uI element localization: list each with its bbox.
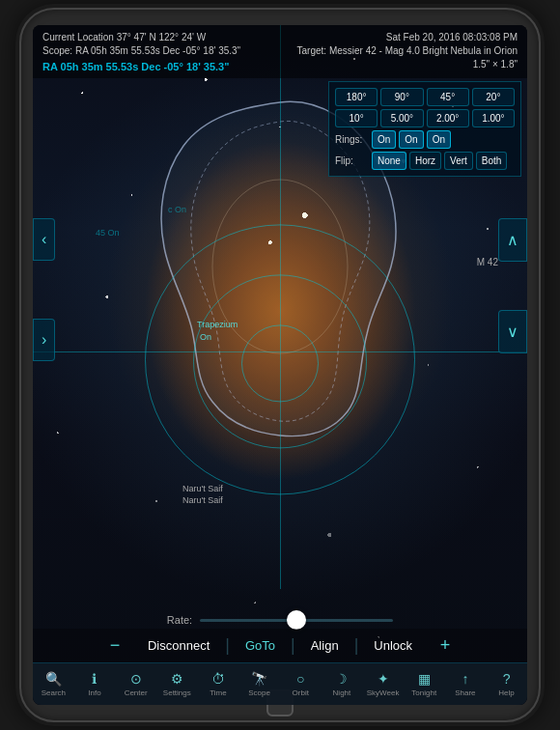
nav-icon-help: ? xyxy=(503,671,511,687)
narut-saif2-label: Naru't Saif xyxy=(182,495,223,505)
nav-item-settings[interactable]: ⚙Settings xyxy=(159,671,194,697)
nav-label-time: Time xyxy=(210,688,226,697)
nav-item-center[interactable]: ⊙Center xyxy=(119,671,154,697)
flip-btn-Vert[interactable]: Vert xyxy=(444,152,473,170)
location-label: Current Location 37° 47' N 122° 24' W xyxy=(42,31,240,44)
align-button[interactable]: Align xyxy=(295,634,354,657)
nav-label-search: Search xyxy=(42,688,66,697)
nav-label-tonight: Tonight xyxy=(411,688,436,697)
trapezium-on-label: On xyxy=(200,332,211,342)
m42-label: M 42 xyxy=(477,257,498,267)
up-button[interactable]: ∧ xyxy=(498,218,527,262)
angle-button-grid: 180°90°45°20°10°5.00°2.00°1.00° xyxy=(335,88,515,127)
angle-btn-90°[interactable]: 90° xyxy=(380,88,423,106)
nav-icon-search: 🔍 xyxy=(45,671,62,687)
nav-item-info[interactable]: ℹInfo xyxy=(77,671,112,697)
rate-label: Rate: xyxy=(167,614,192,626)
nav-icon-center: ⊙ xyxy=(130,671,142,687)
nav-label-night: Night xyxy=(333,688,351,697)
goto-button[interactable]: GoTo xyxy=(230,634,291,657)
rings-label: Rings: xyxy=(335,134,369,145)
action-bar: − Disconnect | GoTo | Align | Unlock + xyxy=(33,629,527,662)
rings-row: Rings: OnOnOn xyxy=(335,130,515,149)
date-time: Sat Feb 20, 2016 08:03:08 PM xyxy=(297,31,518,44)
nav-item-orbit[interactable]: ○Orbit xyxy=(283,671,318,697)
rings-btn-2[interactable]: On xyxy=(427,130,451,149)
angle-btn-2.00°[interactable]: 2.00° xyxy=(427,109,469,127)
nav-icon-orbit: ○ xyxy=(296,671,304,687)
nav-icon-night: ☽ xyxy=(335,671,348,687)
angle-btn-180°[interactable]: 180° xyxy=(335,88,378,106)
tablet-frame: Current Location 37° 47' N 122° 24' W Sc… xyxy=(19,8,541,722)
down-button[interactable]: ∨ xyxy=(498,310,527,353)
nav-icon-scope: 🔭 xyxy=(251,671,267,687)
trapezium-label: Trapezium xyxy=(197,320,238,329)
nav-label-skyweek: SkyWeek xyxy=(367,688,400,697)
nav-icon-info: ℹ xyxy=(92,671,97,687)
nav-item-share[interactable]: ↑Share xyxy=(448,671,483,697)
nav-label-info: Info xyxy=(88,688,100,697)
nav-bar: 🔍SearchℹInfo⊙Center⚙Settings⏱Time🔭Scope○… xyxy=(33,662,527,705)
fov-display: 1.5" × 1.8" xyxy=(297,58,518,71)
ra-dec-highlight: RA 05h 35m 55.53s Dec -05° 18' 35.3" xyxy=(42,60,240,74)
nav-icon-settings: ⚙ xyxy=(171,671,183,687)
nav-label-help: Help xyxy=(498,688,514,697)
nav-item-help[interactable]: ?Help xyxy=(490,671,524,697)
flip-row: Flip: NoneHorzVertBoth xyxy=(335,152,515,170)
zoom-minus-button[interactable]: − xyxy=(98,635,132,656)
location-scope-info: Current Location 37° 47' N 122° 24' W Sc… xyxy=(42,31,240,74)
degrees-on-label: c On xyxy=(168,205,186,214)
crosshair-vertical xyxy=(280,25,281,589)
nav-item-skyweek[interactable]: ✦SkyWeek xyxy=(366,671,401,697)
top-bar-row: Current Location 37° 47' N 122° 24' W Sc… xyxy=(42,31,518,74)
unlock-button[interactable]: Unlock xyxy=(358,634,428,657)
nav-item-tonight[interactable]: ▦Tonight xyxy=(406,671,441,697)
nav-icon-share: ↑ xyxy=(462,671,468,687)
angle-btn-5.00°[interactable]: 5.00° xyxy=(380,109,423,127)
tablet-screen: Current Location 37° 47' N 122° 24' W Sc… xyxy=(33,25,527,705)
rate-bar: Rate: xyxy=(33,614,527,626)
control-panel: 180°90°45°20°10°5.00°2.00°1.00° Rings: O… xyxy=(328,81,521,177)
angle-btn-45°[interactable]: 45° xyxy=(427,88,469,106)
angle-btn-10°[interactable]: 10° xyxy=(335,109,378,127)
flip-label: Flip: xyxy=(335,155,369,166)
angle-btn-20°[interactable]: 20° xyxy=(472,88,515,106)
datetime-target-info: Sat Feb 20, 2016 08:03:08 PM Target: Mes… xyxy=(297,31,518,74)
nav-icon-tonight: ▦ xyxy=(418,671,431,687)
nav-icon-time: ⏱ xyxy=(211,671,225,687)
right-button[interactable]: › xyxy=(33,319,55,361)
angle-btn-1.00°[interactable]: 1.00° xyxy=(472,109,515,127)
narut-saif1-label: Naru't Saif xyxy=(182,484,223,493)
rings-btn-0[interactable]: On xyxy=(372,130,396,149)
side-left-controls: ‹ › xyxy=(33,218,55,361)
disconnect-button[interactable]: Disconnect xyxy=(132,634,225,657)
nav-item-night[interactable]: ☽Night xyxy=(324,671,359,697)
rate-slider-thumb[interactable] xyxy=(287,610,306,630)
target-info: Target: Messier 42 - Mag 4.0 Bright Nebu… xyxy=(297,44,518,58)
flip-btn-Both[interactable]: Both xyxy=(476,152,508,170)
degrees45-label: 45 On xyxy=(96,228,120,238)
rate-slider-track[interactable] xyxy=(200,619,393,622)
nav-label-share: Share xyxy=(455,688,475,697)
nav-item-scope[interactable]: 🔭Scope xyxy=(242,671,277,697)
side-right-controls: ∧ ∨ xyxy=(498,218,527,353)
left-button[interactable]: ‹ xyxy=(33,218,55,261)
rings-btn-1[interactable]: On xyxy=(399,130,423,149)
top-info-bar: Current Location 37° 47' N 122° 24' W Sc… xyxy=(33,25,527,78)
nav-label-settings: Settings xyxy=(163,688,191,697)
scope-label: Scope: RA 05h 35m 55.53s Dec -05° 18' 35… xyxy=(42,44,240,58)
nav-icon-skyweek: ✦ xyxy=(378,671,389,687)
nav-item-search[interactable]: 🔍Search xyxy=(36,671,70,697)
flip-btn-Horz[interactable]: Horz xyxy=(409,152,441,170)
nav-label-orbit: Orbit xyxy=(293,688,309,697)
nav-item-time[interactable]: ⏱Time xyxy=(201,671,236,697)
flip-btn-None[interactable]: None xyxy=(372,152,406,170)
zoom-plus-button[interactable]: + xyxy=(428,635,462,656)
nav-label-center: Center xyxy=(125,688,148,697)
nav-label-scope: Scope xyxy=(248,688,270,697)
